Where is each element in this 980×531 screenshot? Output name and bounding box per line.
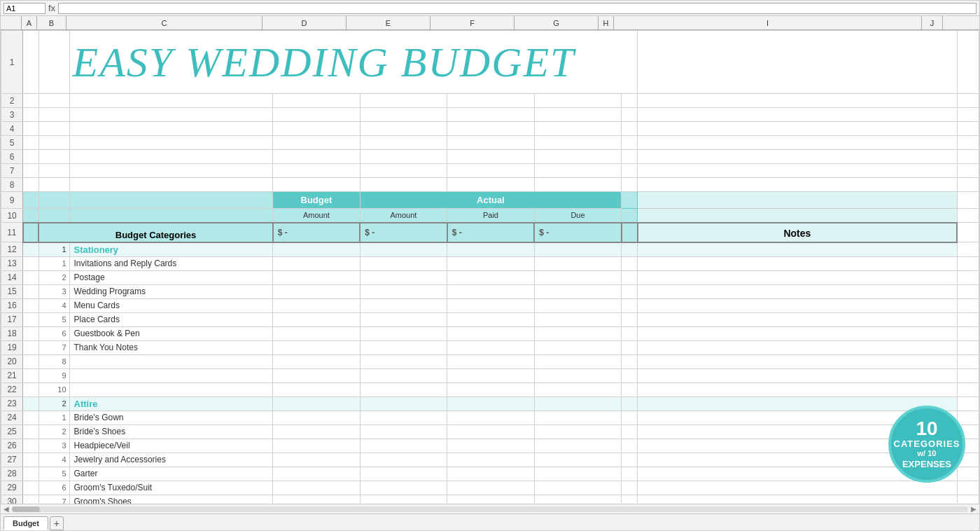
sheet-scroll[interactable]: 1 EASY WEDDING BUDGET 2 2 3 (1, 30, 979, 504)
budget-amount-header[interactable]: Amount (273, 209, 360, 223)
scroll-left-btn[interactable]: ◀ (4, 505, 9, 513)
sheet-container: 1 EASY WEDDING BUDGET 2 2 3 (1, 30, 979, 504)
spreadsheet-title: EASY WEDDING BUDGET (73, 39, 575, 85)
actual-paid-header[interactable]: Paid (447, 209, 535, 223)
notes-label[interactable]: Notes (638, 223, 958, 242)
spreadsheet-table: 1 EASY WEDDING BUDGET 2 2 3 (1, 30, 979, 504)
table-row: 252Bride's Shoes (1, 425, 979, 439)
item-thankyou[interactable]: Thank You Notes (69, 340, 273, 354)
tab-budget[interactable]: Budget (4, 516, 48, 530)
row-num: 24 (1, 411, 23, 425)
corner-cell (1, 16, 22, 29)
table-row: 12 1 Stationery (1, 242, 979, 257)
add-tab-button[interactable]: + (50, 516, 64, 530)
item-invitations[interactable]: Invitations and Reply Cards (69, 256, 273, 270)
item-jewelry[interactable]: Jewelry and Accessories (69, 453, 273, 467)
col-header-d[interactable]: D (262, 16, 346, 29)
row-num: 13 (1, 256, 23, 270)
table-row: 241Bride's Gown (1, 411, 979, 425)
table-row: 11 Budget Categories $ - $ - $ - $ - Not… (1, 223, 979, 242)
h-scrollbar[interactable]: ◀ ▶ (1, 504, 979, 513)
table-row: 6 (1, 150, 979, 164)
row-num: 30 (1, 495, 23, 504)
col-header-i[interactable]: I (614, 16, 922, 29)
table-row: 296Groom's Tuxedo/Suit (1, 481, 979, 495)
row-num: 3 (1, 108, 23, 122)
item-menu-cards[interactable]: Menu Cards (69, 298, 273, 312)
cat-name-stationery[interactable]: Stationery (69, 242, 273, 257)
cell-j1[interactable] (957, 31, 979, 94)
col-header-j[interactable]: J (922, 16, 943, 29)
cell-b1[interactable] (38, 31, 69, 94)
item-brides-gown[interactable]: Bride's Gown (69, 411, 273, 425)
row-num: 19 (1, 340, 23, 354)
row-num: 8 (1, 178, 23, 192)
row-num: 16 (1, 298, 23, 312)
dollar-due[interactable]: $ - (534, 223, 622, 242)
name-box[interactable] (4, 3, 46, 14)
table-row: 2 (1, 94, 979, 108)
actual-due-header[interactable]: Due (534, 209, 622, 223)
formula-input[interactable] (58, 3, 976, 14)
item-place-cards[interactable]: Place Cards (69, 312, 273, 326)
dollar-budget[interactable]: $ - (273, 223, 360, 242)
row-num: 12 (1, 242, 23, 257)
col-header-a[interactable]: A (22, 16, 37, 29)
item-garter[interactable]: Garter (69, 467, 273, 481)
cell-i1[interactable] (638, 31, 958, 94)
table-row: 2210 (1, 382, 979, 396)
col-header-c[interactable]: C (66, 16, 262, 29)
col-header-g[interactable]: G (514, 16, 598, 29)
table-row: 285Garter (1, 467, 979, 481)
row-num: 29 (1, 481, 23, 495)
row-num: 20 (1, 354, 23, 368)
table-row: 23 2 Attire (1, 396, 979, 411)
table-row: 219 (1, 368, 979, 382)
row-num: 25 (1, 425, 23, 439)
sheet-tabs: Budget + (1, 513, 979, 530)
categories-label[interactable]: Budget Categories (38, 223, 272, 242)
dollar-actual[interactable]: $ - (360, 223, 447, 242)
item-headpiece[interactable]: Headpiece/Veil (69, 439, 273, 453)
table-row: 164Menu Cards (1, 298, 979, 312)
table-row: 7 (1, 164, 979, 178)
table-row: 175Place Cards (1, 312, 979, 326)
item-grooms-shoes[interactable]: Groom's Shoes (69, 495, 273, 504)
cat-num-1[interactable]: 1 (38, 242, 69, 257)
row-num: 10 (1, 209, 23, 223)
cat-name-attire[interactable]: Attire (69, 396, 273, 411)
table-row: 4 (1, 122, 979, 136)
column-headers: A B C D E F G H I J (1, 16, 979, 30)
table-row: 1 EASY WEDDING BUDGET (1, 31, 979, 94)
table-row: 197Thank You Notes (1, 340, 979, 354)
item-grooms-tuxedo[interactable]: Groom's Tuxedo/Suit (69, 481, 273, 495)
table-row: 8 (1, 178, 979, 192)
scroll-thumb[interactable] (12, 506, 40, 512)
col-header-f[interactable]: F (430, 16, 514, 29)
row-num: 27 (1, 453, 23, 467)
item-postage[interactable]: Postage (69, 270, 273, 284)
scroll-track[interactable] (12, 506, 968, 512)
budget-header[interactable]: Budget (273, 192, 360, 209)
row-num: 4 (1, 122, 23, 136)
actual-header[interactable]: Actual (360, 192, 622, 209)
item-guestbook[interactable]: Guestbook & Pen (69, 326, 273, 340)
title-cell[interactable]: EASY WEDDING BUDGET (69, 31, 638, 94)
row-num: 26 (1, 439, 23, 453)
sheet-body: 1 EASY WEDDING BUDGET 2 2 3 (1, 30, 979, 504)
actual-amount-header[interactable]: Amount (360, 209, 447, 223)
col-header-h[interactable]: H (598, 16, 614, 29)
dollar-paid[interactable]: $ - (447, 223, 535, 242)
row-num: 23 (1, 396, 23, 411)
item-brides-shoes[interactable]: Bride's Shoes (69, 425, 273, 439)
table-row: 274Jewelry and Accessories (1, 453, 979, 467)
col-header-b[interactable]: B (37, 16, 66, 29)
item-programs[interactable]: Wedding Programs (69, 284, 273, 298)
table-row: 131Invitations and Reply Cards (1, 256, 979, 270)
scroll-right-btn[interactable]: ▶ (971, 505, 976, 513)
cat-num-2[interactable]: 2 (38, 396, 69, 411)
table-row: 208 (1, 354, 979, 368)
cell-a1[interactable] (23, 31, 39, 94)
col-header-e[interactable]: E (346, 16, 430, 29)
badge-number: 10 (916, 419, 937, 439)
